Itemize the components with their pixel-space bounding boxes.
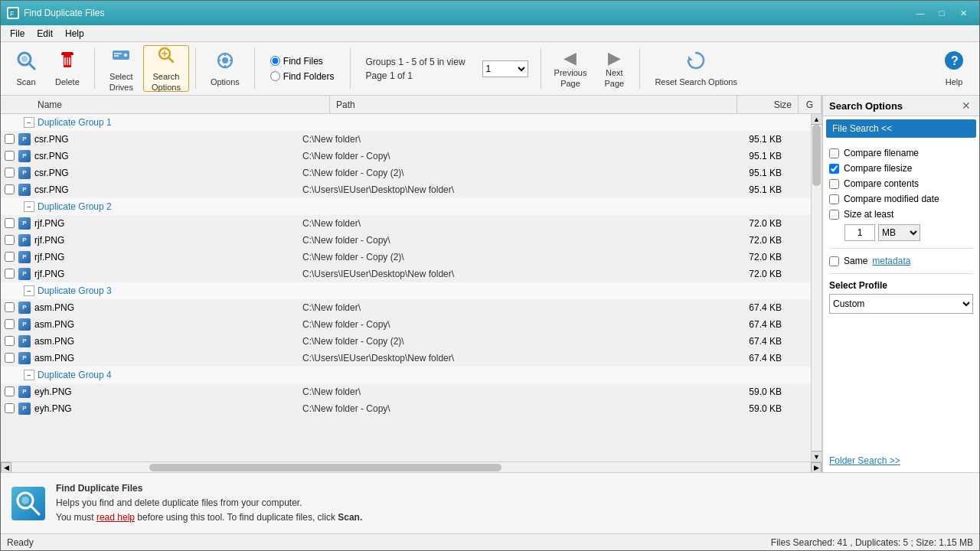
size-at-least-checkbox[interactable] bbox=[829, 210, 839, 220]
file-checkbox-cell bbox=[1, 151, 18, 161]
delete-button[interactable]: Delete bbox=[47, 45, 88, 92]
size-value-input[interactable] bbox=[844, 224, 875, 241]
horizontal-scrollbar[interactable]: ◀ ▶ bbox=[1, 461, 822, 472]
size-unit-select[interactable]: MB KB GB bbox=[878, 224, 920, 241]
h-scroll-thumb[interactable] bbox=[149, 464, 501, 471]
scroll-up-arrow[interactable]: ▲ bbox=[812, 114, 822, 125]
size-at-least-row: Size at least bbox=[829, 207, 973, 222]
file-checkbox[interactable] bbox=[5, 403, 15, 413]
compare-contents-row: Compare contents bbox=[829, 176, 973, 191]
window-title: Find Duplicate Files bbox=[24, 8, 910, 18]
file-checkbox[interactable] bbox=[5, 353, 15, 363]
compare-filesize-checkbox[interactable] bbox=[829, 164, 839, 174]
search-options-label: SearchOptions bbox=[152, 72, 181, 92]
file-checkbox[interactable] bbox=[5, 235, 15, 245]
file-path: C:\New folder\ bbox=[299, 302, 727, 313]
file-checkbox[interactable] bbox=[5, 386, 15, 396]
file-checkbox-cell bbox=[1, 353, 18, 363]
col-header-g[interactable]: G bbox=[799, 96, 822, 113]
menu-edit[interactable]: Edit bbox=[31, 25, 59, 41]
group-header-3: − Duplicate Group 3 bbox=[1, 282, 811, 299]
search-options-button[interactable]: SearchOptions bbox=[143, 45, 189, 92]
next-label: NextPage bbox=[605, 68, 625, 88]
collapse-group-3[interactable]: − bbox=[24, 285, 34, 296]
close-button[interactable]: ✕ bbox=[953, 5, 973, 21]
reset-search-options-button[interactable]: Reset Search Options bbox=[646, 45, 746, 92]
collapse-group-1[interactable]: − bbox=[24, 117, 34, 128]
file-list-body[interactable]: − Duplicate Group 1 P csr.PNG C:\New fol… bbox=[1, 114, 811, 461]
file-search-button[interactable]: File Search << bbox=[826, 119, 976, 138]
compare-modified-row: Compare modified date bbox=[829, 191, 973, 207]
group-2-label: Duplicate Group 2 bbox=[38, 201, 112, 212]
file-name: csr.PNG bbox=[31, 168, 299, 178]
file-checkbox[interactable] bbox=[5, 336, 15, 346]
vertical-scrollbar[interactable]: ▲ ▼ bbox=[811, 114, 822, 461]
scroll-track bbox=[812, 125, 822, 451]
same-metadata-checkbox[interactable] bbox=[829, 256, 839, 266]
file-checkbox-cell bbox=[1, 302, 18, 312]
svg-line-3 bbox=[29, 64, 34, 69]
collapse-group-4[interactable]: − bbox=[24, 370, 34, 380]
col-header-size[interactable]: Size bbox=[737, 96, 799, 113]
find-folders-radio-label[interactable]: Find Folders bbox=[270, 71, 335, 82]
find-files-radio[interactable] bbox=[270, 56, 280, 66]
menu-help[interactable]: Help bbox=[59, 25, 90, 41]
col-header-name[interactable]: Name bbox=[31, 96, 330, 113]
scroll-thumb[interactable] bbox=[812, 125, 821, 186]
compare-contents-checkbox[interactable] bbox=[829, 179, 839, 189]
file-size: 72.0 KB bbox=[727, 235, 788, 246]
maximize-button[interactable]: □ bbox=[932, 5, 952, 21]
help-button[interactable]: ? Help bbox=[935, 45, 973, 92]
file-list-wrapper: Name Path Size G − Duplicate Group bbox=[1, 96, 822, 472]
col-header-path[interactable]: Path bbox=[330, 96, 737, 113]
select-drives-button[interactable]: SelectDrives bbox=[101, 45, 142, 92]
file-search-label: File Search << bbox=[832, 123, 892, 134]
panel-close-button[interactable]: ✕ bbox=[959, 99, 973, 112]
file-checkbox[interactable] bbox=[5, 302, 15, 312]
folder-search-link[interactable]: Folder Search >> bbox=[823, 449, 979, 472]
page-info: Page 1 of 1 bbox=[366, 70, 466, 81]
file-checkbox[interactable] bbox=[5, 218, 15, 228]
next-page-button[interactable]: ▶ NextPage bbox=[595, 45, 633, 92]
file-checkbox[interactable] bbox=[5, 168, 15, 178]
file-checkbox[interactable] bbox=[5, 184, 15, 194]
file-checkbox-cell bbox=[1, 218, 18, 228]
file-row: P asm.PNG C:\New folder\ 67.4 KB bbox=[1, 299, 811, 316]
read-help-link[interactable]: read help bbox=[96, 512, 135, 523]
file-checkbox[interactable] bbox=[5, 151, 15, 161]
svg-rect-14 bbox=[114, 55, 119, 57]
options-button[interactable]: Options bbox=[202, 45, 248, 92]
previous-page-button[interactable]: ◀ PreviousPage bbox=[547, 45, 594, 92]
file-checkbox[interactable] bbox=[5, 134, 15, 144]
file-checkbox-cell bbox=[1, 235, 18, 245]
find-folders-label: Find Folders bbox=[283, 71, 335, 82]
file-icon: P bbox=[18, 149, 31, 163]
collapse-group-2[interactable]: − bbox=[24, 201, 34, 212]
file-checkbox[interactable] bbox=[5, 252, 15, 262]
scroll-right-arrow[interactable]: ▶ bbox=[811, 462, 822, 473]
find-folders-radio[interactable] bbox=[270, 71, 280, 81]
file-name: csr.PNG bbox=[31, 134, 299, 145]
file-checkbox[interactable] bbox=[5, 319, 15, 329]
file-row: P csr.PNG C:\Users\IEUser\Desktop\New fo… bbox=[1, 181, 811, 198]
app-icon: F bbox=[7, 7, 19, 19]
h-scroll-track bbox=[11, 463, 811, 472]
menu-file[interactable]: File bbox=[4, 25, 31, 41]
scroll-left-arrow[interactable]: ◀ bbox=[1, 462, 11, 473]
toolbar-sep-5 bbox=[541, 48, 541, 89]
compare-modified-checkbox[interactable] bbox=[829, 194, 839, 204]
compare-filename-checkbox[interactable] bbox=[829, 148, 839, 158]
minimize-button[interactable]: — bbox=[910, 5, 930, 21]
find-files-radio-label[interactable]: Find Files bbox=[270, 56, 335, 67]
scroll-down-arrow[interactable]: ▼ bbox=[812, 451, 822, 461]
file-checkbox[interactable] bbox=[5, 269, 15, 279]
page-select[interactable]: 1 bbox=[482, 60, 528, 77]
svg-marker-25 bbox=[688, 56, 693, 60]
compare-modified-label: Compare modified date bbox=[844, 194, 939, 204]
toolbar-sep-1 bbox=[94, 48, 95, 89]
file-name: asm.PNG bbox=[31, 319, 299, 330]
profile-select[interactable]: Custom Default Images Only bbox=[829, 294, 973, 314]
scan-button[interactable]: Scan bbox=[7, 45, 45, 92]
panel-separator bbox=[829, 248, 973, 249]
metadata-link[interactable]: metadata bbox=[872, 256, 910, 266]
